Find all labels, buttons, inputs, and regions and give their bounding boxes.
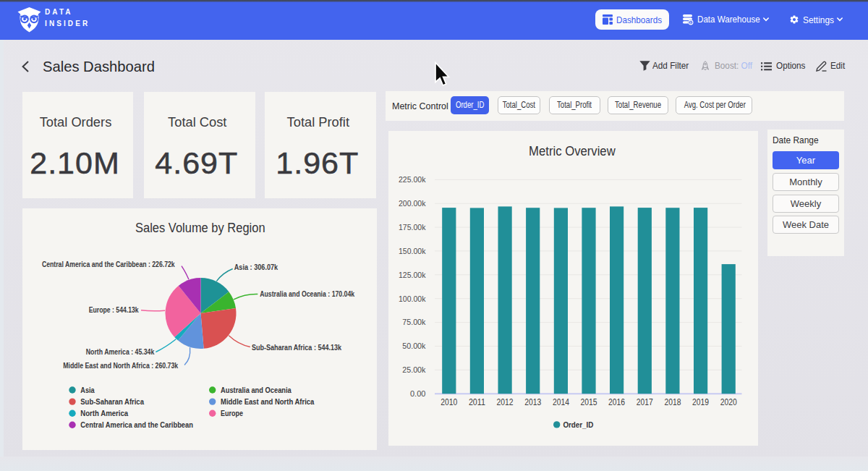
svg-text:2015: 2015 xyxy=(580,396,597,407)
svg-text:2017: 2017 xyxy=(636,396,652,407)
svg-text:Central America and the Caribb: Central America and the Caribbean : 226.… xyxy=(42,259,175,268)
svg-text:2010: 2010 xyxy=(441,396,457,407)
svg-text:0.00: 0.00 xyxy=(410,389,425,398)
svg-text:Order_ID: Order_ID xyxy=(563,420,593,428)
svg-text:North America : 45.34k: North America : 45.34k xyxy=(86,347,155,356)
svg-text:125.00k: 125.00k xyxy=(399,270,426,279)
svg-text:Sub-Saharan Africa: Sub-Saharan Africa xyxy=(80,396,144,405)
svg-text:Middle East and North Africa :: Middle East and North Africa : 260.73k xyxy=(63,361,178,370)
svg-text:2013: 2013 xyxy=(524,396,541,407)
svg-text:Australia and Oceania: Australia and Oceania xyxy=(221,385,292,394)
svg-text:2018: 2018 xyxy=(664,396,681,407)
svg-text:Asia : 306.07k: Asia : 306.07k xyxy=(234,263,278,271)
svg-text:Middle East and North Africa: Middle East and North Africa xyxy=(221,396,315,405)
svg-text:Central America and the Caribb: Central America and the Caribbean xyxy=(80,420,193,429)
svg-text:225.00k: 225.00k xyxy=(399,175,426,184)
svg-text:50.00k: 50.00k xyxy=(402,341,426,350)
svg-text:Sub-Saharan Africa : 544.13k: Sub-Saharan Africa : 544.13k xyxy=(252,342,341,351)
svg-text:Europe : 544.13k: Europe : 544.13k xyxy=(89,305,139,314)
svg-text:Australia and Oceania : 170.04: Australia and Oceania : 170.04k xyxy=(260,289,354,297)
svg-text:Europe: Europe xyxy=(221,409,243,417)
svg-text:Asia: Asia xyxy=(80,385,95,394)
svg-text:200.00k: 200.00k xyxy=(399,199,426,208)
svg-text:75.00k: 75.00k xyxy=(402,318,426,326)
svg-text:2012: 2012 xyxy=(496,396,513,407)
svg-text:100.00k: 100.00k xyxy=(399,294,426,302)
svg-text:North America: North America xyxy=(80,409,128,417)
svg-text:150.00k: 150.00k xyxy=(399,246,426,255)
svg-text:25.00k: 25.00k xyxy=(402,365,426,374)
svg-text:2016: 2016 xyxy=(608,396,625,407)
svg-text:2019: 2019 xyxy=(692,396,709,407)
svg-text:2011: 2011 xyxy=(468,396,485,407)
svg-text:Sales Volume by Region: Sales Volume by Region xyxy=(135,220,265,234)
svg-text:2020: 2020 xyxy=(720,396,736,407)
svg-text:2014: 2014 xyxy=(552,396,569,407)
svg-text:Metric Overview: Metric Overview xyxy=(529,144,616,158)
svg-text:175.00k: 175.00k xyxy=(399,222,426,231)
